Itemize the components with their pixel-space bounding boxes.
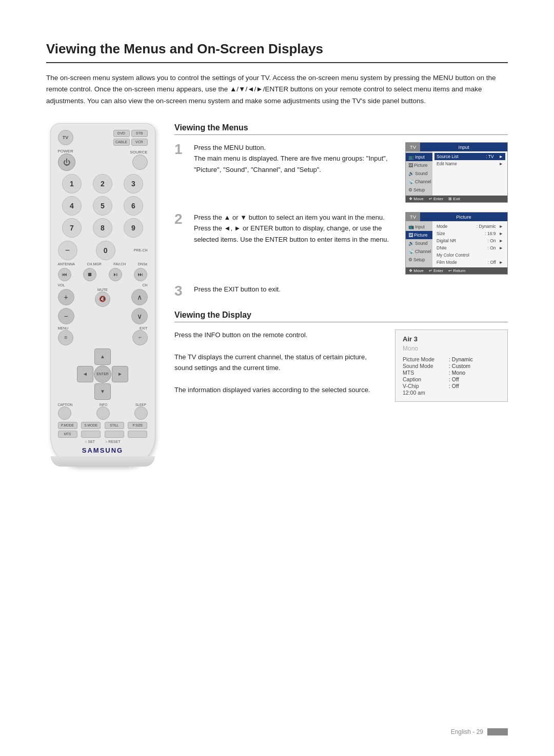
nav-section: ▲ ◄ ENTER ► ▼ xyxy=(58,348,148,400)
stb-button[interactable]: STB xyxy=(131,130,148,137)
empty-btn-2[interactable] xyxy=(105,431,124,438)
dvd-button[interactable]: DVD xyxy=(113,130,130,137)
remote-control: TV DVD STB CABLE VCR xyxy=(50,123,155,467)
vol-up-button[interactable]: + xyxy=(58,289,74,305)
ch-up-button[interactable]: ∧ xyxy=(131,289,148,305)
remote-top-right: DVD STB CABLE VCR xyxy=(113,130,148,146)
btn-1[interactable]: 1 xyxy=(62,174,82,193)
btn-2[interactable]: 2 xyxy=(93,174,112,193)
vol-label: VOL xyxy=(58,283,65,287)
set-reset-row: ○ SET ○ RESET xyxy=(58,440,148,443)
pre-ch-label: PRE-CH xyxy=(134,248,148,252)
antenna-label: ANTENNA xyxy=(58,262,75,266)
btn-5[interactable]: 5 xyxy=(93,196,112,216)
mute-button[interactable]: 🔇 xyxy=(95,292,110,307)
tv-menu-picture-footer: ❖ Move↵ Enter↩ Return xyxy=(406,267,507,274)
caption-button[interactable] xyxy=(58,406,71,420)
nav-down-button[interactable]: ▼ xyxy=(94,383,111,400)
source-button[interactable] xyxy=(132,154,148,170)
display-text-3: The information displayed varies accordi… xyxy=(174,384,385,395)
enter-button[interactable]: ENTER xyxy=(94,365,111,383)
s-mode-button[interactable]: S.MODE xyxy=(81,422,101,429)
footer-bar xyxy=(487,728,508,735)
menu-button[interactable]: ☰ xyxy=(58,330,73,345)
picture-mode-label: Picture Mode xyxy=(403,356,449,362)
sleep-button[interactable] xyxy=(134,406,148,420)
stop-button[interactable]: ⏹ xyxy=(83,268,96,281)
set-label: ○ SET xyxy=(85,440,95,443)
btn-0[interactable]: 0 xyxy=(96,241,115,260)
btn-9[interactable]: 9 xyxy=(124,218,143,238)
mts-row: MTS xyxy=(58,431,148,438)
step-2: 2 Press the ▲ or ▼ button to select an i… xyxy=(174,212,508,275)
vol-down-button[interactable]: − xyxy=(58,308,74,324)
source-group: SOURCE xyxy=(130,150,147,170)
still-button[interactable]: STILL xyxy=(105,422,124,429)
empty-btn-3[interactable] xyxy=(128,431,147,438)
reset-label: ○ RESET xyxy=(105,440,121,443)
tv-button[interactable]: TV xyxy=(58,130,73,145)
viewing-display-title: Viewing the Display xyxy=(174,311,508,322)
nav-left-button[interactable]: ◄ xyxy=(77,366,93,382)
p-mode-button[interactable]: P.MODE xyxy=(58,422,77,429)
dash-button[interactable]: − xyxy=(58,241,77,260)
btn-3[interactable]: 3 xyxy=(124,174,143,193)
power-button[interactable]: ⏻ xyxy=(58,153,75,171)
vcr-button[interactable]: VCR xyxy=(131,139,148,146)
cable-vcr-row: CABLE VCR xyxy=(113,139,148,146)
empty-btn-1[interactable] xyxy=(81,431,101,438)
pic-mode-row: Mode: Dynamic► xyxy=(434,223,505,230)
info-button[interactable] xyxy=(96,406,110,420)
tv-menu-input-items: Source List : TV► Edit Name ► xyxy=(432,151,507,196)
play-pause-button[interactable]: ⏯ xyxy=(109,268,122,281)
mts-display-value: : Mono xyxy=(449,370,465,376)
remote-container: TV DVD STB CABLE VCR xyxy=(46,123,159,467)
nav-up-button[interactable]: ▲ xyxy=(94,348,111,365)
vchip-display-label: V-Chip xyxy=(403,383,449,389)
tv-menu-picture-sidebar: 📺Input 🖼Picture 🔊Sound 📡Channel xyxy=(406,221,432,267)
ff-button[interactable]: ⏭ xyxy=(134,268,147,281)
right-content: Viewing the Menus 1 Press the MENU butto… xyxy=(174,123,508,402)
display-row-caption: Caption : Off xyxy=(403,376,500,382)
btn-8[interactable]: 8 xyxy=(93,218,112,238)
caption-label: CAPTION xyxy=(58,403,73,406)
display-text-2: The TV displays the current channel, the… xyxy=(174,352,385,374)
step-3: 3 Press the EXIT button to exit. xyxy=(174,284,508,298)
display-section: Viewing the Display Press the INFO butto… xyxy=(174,311,508,402)
intro-text: The on-screen menu system allows you to … xyxy=(46,72,508,107)
tv-menu-input-footer: ❖ Move↵ Enter⊠ Exit xyxy=(406,196,507,202)
sleep-label: SLEEP xyxy=(134,403,148,406)
time-display-label: 12:00 am xyxy=(403,390,449,396)
exit-button[interactable]: ↩ xyxy=(132,330,148,345)
display-row-mts: MTS : Mono xyxy=(403,370,500,376)
mts-button[interactable]: MTS xyxy=(58,431,77,438)
pic-dnie-row: DNIe: On► xyxy=(434,244,505,251)
power-label: POWER xyxy=(58,149,75,153)
sound-mode-value: : Custom xyxy=(449,363,470,369)
nav-right-button[interactable]: ► xyxy=(112,366,128,382)
pic-size-row: Size: 16:9► xyxy=(434,230,505,237)
pic-sidebar-channel: 📡Channel xyxy=(406,247,432,256)
btn-4[interactable]: 4 xyxy=(62,196,82,216)
ch-down-button[interactable]: ∨ xyxy=(131,308,148,324)
sidebar-setup: ⚙Setup xyxy=(406,186,432,194)
cable-button[interactable]: CABLE xyxy=(113,139,130,146)
step-1-number: 1 xyxy=(174,142,187,157)
p-size-button[interactable]: P.SIZE xyxy=(128,422,147,429)
page-title: Viewing the Menus and On-Screen Displays xyxy=(46,41,508,63)
display-row-time: 12:00 am xyxy=(403,390,500,396)
tv-menu-tv-label: TV xyxy=(406,143,420,151)
exit-label-text: EXIT xyxy=(132,326,148,330)
btn-7[interactable]: 7 xyxy=(62,218,82,238)
fav-ch-label: FAV.CH xyxy=(113,262,126,266)
rew-button[interactable]: ⏮ xyxy=(58,268,71,281)
btn-6[interactable]: 6 xyxy=(124,196,143,216)
input-edit-name-row: Edit Name ► xyxy=(434,160,505,167)
number-grid: 1 2 3 4 5 6 7 8 9 xyxy=(58,174,148,238)
mts-label: MTS xyxy=(64,432,71,436)
display-content: Press the INFO button on the remote cont… xyxy=(174,329,508,402)
display-channel: Air 3 xyxy=(403,335,500,343)
page-footer: English - 29 xyxy=(451,728,508,735)
input-source-list-row: Source List : TV► xyxy=(434,153,505,160)
tv-menu-input-tab: Input xyxy=(420,143,507,151)
